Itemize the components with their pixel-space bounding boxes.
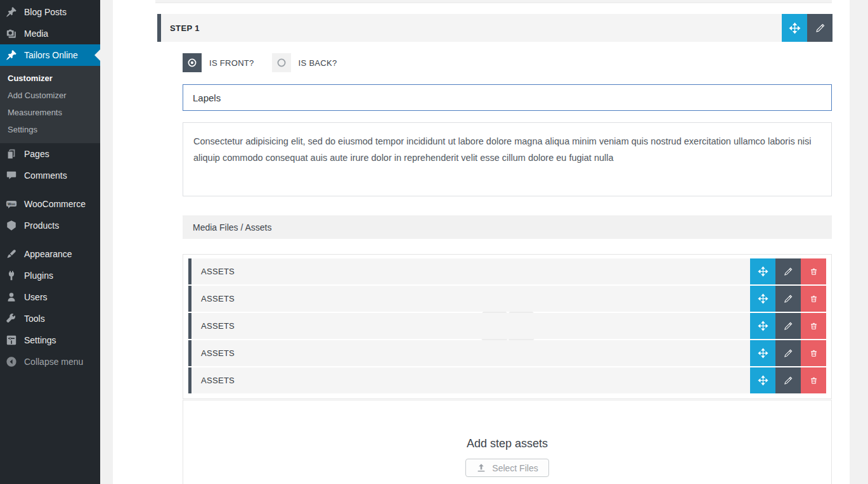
media-files-title: Media Files / Assets	[183, 222, 272, 232]
settings-icon	[5, 334, 18, 347]
asset-row[interactable]: ASSETS	[188, 258, 826, 284]
move-icon	[758, 321, 768, 331]
media-files-section-header: Media Files / Assets	[183, 215, 832, 239]
select-files-button[interactable]: Select Files	[465, 459, 548, 477]
upload-icon	[476, 463, 486, 473]
submenu-item-settings[interactable]: Settings	[0, 121, 100, 138]
sidebar-item-label: Settings	[24, 335, 56, 345]
screen: Blog Posts Media Tailors Online Customiz…	[0, 0, 868, 484]
woocommerce-icon: Woo	[5, 198, 18, 210]
delete-asset-button[interactable]	[801, 367, 826, 393]
delete-icon	[809, 267, 819, 276]
delete-asset-button[interactable]	[801, 313, 826, 339]
appearance-icon	[5, 248, 18, 260]
add-step-assets-panel: Add step assets Select Files	[183, 400, 832, 484]
is-front-label: IS FRONT?	[209, 58, 254, 68]
step-name-input[interactable]	[183, 84, 832, 111]
pin-icon	[5, 49, 18, 61]
step-title: STEP 1	[161, 23, 200, 33]
delete-icon	[809, 348, 819, 358]
sidebar-item-comments[interactable]: Comments	[0, 165, 100, 186]
move-asset-button[interactable]	[750, 258, 775, 284]
move-icon	[758, 375, 768, 386]
sidebar-item-blog-posts[interactable]: Blog Posts	[0, 1, 100, 23]
delete-asset-button[interactable]	[801, 258, 826, 284]
sidebar-item-tools[interactable]: Tools	[0, 308, 100, 329]
is-back-radio[interactable]	[272, 53, 291, 72]
move-icon	[758, 293, 768, 304]
sidebar-item-label: Tools	[24, 314, 45, 324]
sidebar-item-products[interactable]: Products	[0, 215, 100, 236]
is-front-radio[interactable]	[183, 53, 202, 72]
edit-asset-button[interactable]	[775, 340, 801, 366]
edit-asset-button[interactable]	[775, 313, 801, 339]
sidebar-item-label: Products	[24, 220, 59, 231]
delete-asset-button[interactable]	[801, 286, 826, 312]
admin-sidebar: Blog Posts Media Tailors Online Customiz…	[0, 0, 100, 484]
edit-asset-button[interactable]	[775, 258, 801, 284]
products-icon	[5, 219, 18, 232]
users-icon	[5, 291, 18, 303]
edit-icon	[783, 321, 793, 331]
radio-off-icon	[276, 57, 287, 68]
sidebar-item-pages[interactable]: Pages	[0, 143, 100, 165]
edit-icon	[783, 376, 793, 386]
submenu-item-add-customizer[interactable]: Add Customizer	[0, 87, 100, 104]
submenu-item-measurements[interactable]: Measurements	[0, 104, 100, 121]
radio-on-icon	[186, 57, 198, 68]
pin-icon	[5, 6, 18, 18]
asset-row[interactable]: ASSETS	[188, 340, 826, 366]
sidebar-item-label: Collapse menu	[24, 357, 83, 367]
media-icon	[5, 27, 18, 40]
sidebar-item-tailors-online[interactable]: Tailors Online	[0, 44, 100, 66]
asset-row[interactable]: ASSETS	[188, 313, 826, 339]
edit-asset-button[interactable]	[775, 286, 801, 312]
move-step-button[interactable]	[782, 14, 807, 42]
sidebar-item-media[interactable]: Media	[0, 23, 100, 44]
tools-icon	[5, 312, 18, 325]
sidebar-item-label: Tailors Online	[24, 50, 78, 60]
step-editor-column: STEP 1	[157, 0, 832, 484]
move-asset-button[interactable]	[750, 340, 775, 366]
sidebar-item-label: Comments	[24, 170, 67, 181]
sidebar-item-plugins[interactable]: Plugins	[0, 265, 100, 286]
sidebar-item-settings[interactable]: Settings	[0, 329, 100, 351]
sidebar-item-collapse-menu[interactable]: Collapse menu	[0, 351, 100, 373]
active-menu-arrow	[94, 49, 100, 61]
step-header: STEP 1	[157, 14, 832, 42]
sidebar-item-label: WooCommerce	[24, 199, 86, 209]
step-description-textarea[interactable]: Consectetur adipisicing elit, sed do eiu…	[183, 122, 832, 196]
move-asset-button[interactable]	[750, 367, 775, 393]
sidebar-group-separator	[0, 236, 100, 243]
edit-step-button[interactable]	[807, 14, 832, 42]
edit-asset-button[interactable]	[775, 367, 801, 393]
asset-row[interactable]: ASSETS	[188, 286, 826, 312]
edit-icon	[815, 23, 826, 34]
comments-icon	[5, 169, 18, 182]
previous-section-edge	[155, 0, 832, 3]
delete-icon	[809, 376, 819, 385]
content-panel: STEP 1	[113, 0, 850, 484]
edit-icon	[783, 348, 793, 359]
sidebar-item-label: Users	[24, 292, 48, 302]
select-files-label: Select Files	[492, 463, 538, 473]
move-icon	[758, 348, 768, 359]
move-asset-button[interactable]	[750, 286, 775, 312]
sidebar-item-woocommerce[interactable]: Woo WooCommerce	[0, 193, 100, 215]
delete-asset-button[interactable]	[801, 340, 826, 366]
delete-icon	[809, 294, 819, 303]
asset-row[interactable]: ASSETS	[188, 367, 826, 393]
plugins-icon	[5, 269, 18, 282]
sidebar-item-label: Blog Posts	[24, 7, 67, 17]
sidebar-item-label: Appearance	[24, 249, 72, 259]
move-asset-button[interactable]	[750, 313, 775, 339]
is-back-label: IS BACK?	[299, 58, 337, 68]
woo-badge-text: Woo	[8, 202, 16, 206]
delete-icon	[809, 321, 819, 331]
side-radio-group: IS FRONT? IS BACK?	[183, 53, 355, 72]
edit-icon	[783, 294, 793, 304]
assets-list-container: ASSETS ASSETS ASSETS	[183, 254, 832, 399]
sidebar-item-users[interactable]: Users	[0, 286, 100, 308]
sidebar-item-appearance[interactable]: Appearance	[0, 243, 100, 265]
submenu-item-customizer[interactable]: Customizer	[0, 70, 100, 87]
